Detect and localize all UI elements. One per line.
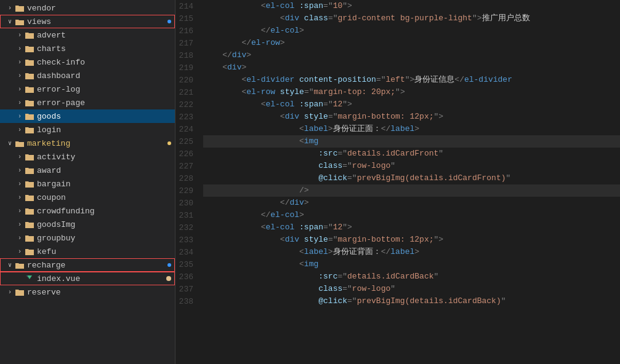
code-token: style [280, 87, 304, 97]
line-content: <div style="margin-bottom: 12px;"> [203, 111, 620, 123]
code-line: 235 <img [175, 258, 620, 271]
sidebar-item-reserve[interactable]: ›reserve [0, 285, 175, 299]
folder-open-icon [15, 260, 25, 270]
line-number: 231 [175, 209, 203, 221]
sidebar-item-charts[interactable]: ›charts [0, 42, 175, 55]
code-token: " [438, 149, 443, 158]
arrow-icon: ∨ [5, 261, 15, 269]
sidebar-item-error-log[interactable]: ›error-log [0, 82, 175, 96]
sidebar-item-label: goods [37, 112, 175, 121]
code-token: 10 [333, 1, 343, 10]
code-token: </ [381, 247, 391, 256]
folder-closed-icon [25, 57, 34, 67]
code-token: img [304, 136, 318, 146]
code-token: 身份证背面： [333, 247, 381, 256]
sidebar-item-goods[interactable]: ›goods [0, 109, 175, 123]
sidebar-item-label: bargain [37, 180, 175, 189]
code-token: =" [347, 173, 357, 183]
code-editor[interactable]: 214 <el-col :span="10">215 <div class="g… [175, 0, 620, 364]
sidebar-item-label: login [37, 125, 175, 135]
sidebar-item-groupbuy[interactable]: ›groupbuy [0, 231, 175, 245]
code-line: 216 </el-col> [175, 25, 620, 37]
code-token: </ [222, 50, 232, 60]
sidebar-item-label: goodsImg [37, 220, 175, 229]
code-token: =" [342, 284, 352, 293]
code-line: 214 <el-col :span="10"> [175, 0, 620, 12]
sidebar-item-vendor[interactable]: ›vendor [0, 1, 175, 15]
sidebar-item-recharge[interactable]: ∨recharge [0, 258, 175, 272]
sidebar-item-coupon[interactable]: ›coupon [0, 191, 175, 204]
code-token: " [434, 272, 439, 281]
sidebar-item-goodsImg[interactable]: ›goodsImg [0, 218, 175, 231]
sidebar-item-crowdfunding[interactable]: ›crowdfunding [0, 204, 175, 218]
file-explorer-sidebar[interactable]: ›vendor∨views›advert›charts›check-info›d… [0, 0, 175, 364]
sidebar-item-award[interactable]: ›award [0, 164, 175, 177]
sidebar-item-advert[interactable]: ›advert [0, 28, 175, 42]
modified-badge [167, 20, 171, 23]
line-number: 217 [175, 37, 203, 49]
code-token: =" [328, 14, 338, 23]
line-number: 224 [175, 123, 203, 135]
sidebar-item-check-info[interactable]: ›check-info [0, 55, 175, 69]
folder-closed-icon [25, 179, 34, 189]
line-content: <el-col :span="10"> [203, 0, 620, 12]
code-token: el-row [251, 38, 280, 47]
sidebar-item-marketing[interactable]: ∨marketing [0, 136, 175, 150]
sidebar-item-error-page[interactable]: ›error-page [0, 96, 175, 109]
line-content: :src="details.idCardBack" [203, 271, 620, 283]
line-number: 219 [175, 61, 203, 74]
sidebar-item-activity[interactable]: ›activity [0, 150, 175, 164]
code-token: < [299, 259, 304, 269]
code-token: > [438, 235, 443, 244]
sidebar-item-label: error-log [37, 85, 175, 94]
sidebar-item-label: charts [37, 44, 175, 53]
folder-closed-icon [25, 165, 34, 175]
code-line: 222 <el-col :span="12"> [175, 98, 620, 111]
code-line: 224 <label>身份证正面：</label> [175, 123, 620, 135]
svg-rect-0 [15, 21, 24, 25]
code-token: label [390, 247, 414, 256]
code-token: =" [328, 112, 338, 121]
code-line: 237 class="row-logo" [175, 283, 620, 295]
line-number: 214 [175, 0, 203, 12]
folder-closed-icon [25, 220, 34, 229]
arrow-icon: › [15, 248, 25, 255]
sidebar-item-kefu[interactable]: ›kefu [0, 245, 175, 258]
sidebar-item-label: award [37, 166, 175, 175]
sidebar-item-label: vendor [27, 4, 175, 13]
code-token: details.idCardFront [347, 149, 438, 158]
line-content: <div> [203, 61, 620, 74]
code-token: 推广用户总数 [482, 14, 530, 23]
line-content: <label>身份证背面：</label> [203, 246, 620, 258]
code-line: 231 </el-col> [175, 209, 620, 221]
line-content: <el-row style="margin-top: 20px;"> [203, 86, 620, 98]
code-token: " [501, 296, 506, 306]
folder-closed-icon [25, 98, 34, 108]
code-line: 220 <el-divider content-position="left">… [175, 74, 620, 86]
code-token: el-col [270, 210, 299, 220]
code-token: label [390, 124, 414, 133]
code-token: > [438, 112, 443, 121]
arrow-icon: › [15, 32, 25, 39]
sidebar-item-label: marketing [27, 139, 167, 148]
code-token: el-col [265, 223, 294, 232]
sidebar-item-bargain[interactable]: ›bargain [0, 177, 175, 191]
sidebar-item-dashboard[interactable]: ›dashboard [0, 69, 175, 82]
code-line: 234 <label>身份证背面：</label> [175, 246, 620, 258]
sidebar-item-index.vue[interactable]: index.vue [0, 272, 175, 285]
arrow-icon: › [15, 86, 25, 93]
line-content: :src="details.idCardFront" [203, 148, 620, 160]
code-token: margin-bottom: 12px; [337, 112, 433, 121]
vue-file-icon [25, 274, 34, 283]
code-token: details.idCardBack [347, 272, 433, 281]
folder-closed-icon [15, 3, 25, 13]
sidebar-item-label: groupbuy [37, 234, 175, 243]
code-line: 227 class="row-logo" [175, 160, 620, 172]
sidebar-item-views[interactable]: ∨views [0, 15, 175, 28]
code-token [299, 14, 304, 23]
code-token: label [304, 124, 328, 133]
sidebar-item-label: dashboard [37, 71, 175, 81]
sidebar-item-login[interactable]: ›login [0, 123, 175, 136]
code-token: el-col [265, 1, 294, 10]
code-token: style [304, 235, 328, 244]
